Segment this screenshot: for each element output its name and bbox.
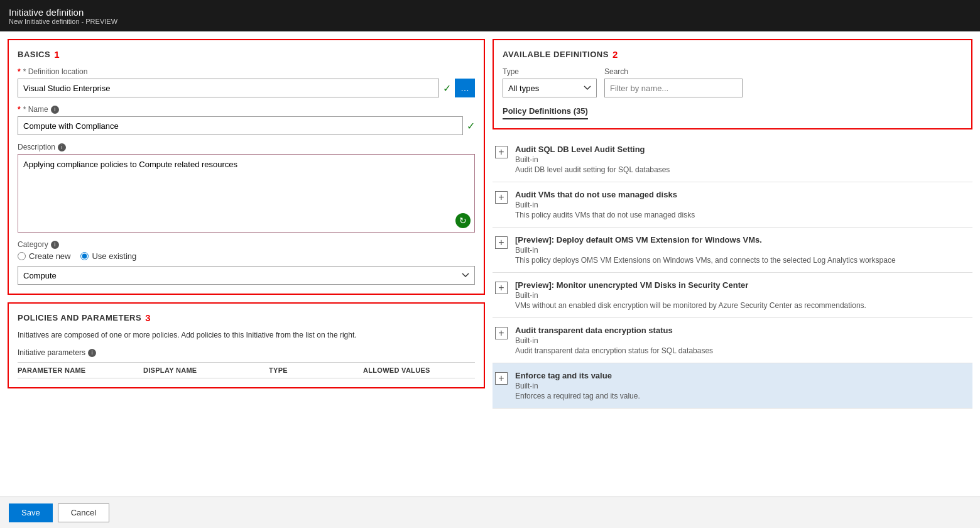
policy-type: Built-in [515, 291, 970, 300]
name-row: ✓ [18, 116, 475, 135]
left-panel: BASICS 1 * * Definition location ✓ … * *… [8, 39, 485, 489]
description-label: Description i [18, 143, 475, 151]
cancel-button[interactable]: Cancel [58, 503, 109, 522]
filter-row: Type All types Search [503, 67, 962, 97]
type-select[interactable]: All types [503, 79, 597, 97]
basics-section: BASICS 1 * * Definition location ✓ … * *… [8, 39, 485, 295]
main-content: BASICS 1 * * Definition location ✓ … * *… [0, 31, 980, 497]
category-label: Category i [18, 240, 475, 249]
avail-defs-title: AVAILABLE DEFINITIONS 2 [503, 49, 962, 60]
policy-type: Built-in [515, 246, 970, 255]
def-location-input[interactable] [18, 79, 439, 97]
policies-section: POLICIES AND PARAMETERS 3 Initiatives ar… [8, 302, 485, 388]
policy-info: [Preview]: Deploy default OMS VM Extensi… [515, 235, 970, 265]
name-check-icon: ✓ [467, 120, 475, 132]
category-select[interactable]: Compute [18, 266, 475, 285]
add-policy-button[interactable]: + [495, 146, 508, 158]
policy-name: Audit transparent data encryption status [515, 326, 970, 335]
col-allowed-values: ALLOWED VALUES [363, 366, 489, 374]
policy-name: [Preview]: Deploy default OMS VM Extensi… [515, 235, 970, 245]
policy-name: [Preview]: Monitor unencrypted VM Disks … [515, 280, 970, 290]
name-info-icon: i [51, 106, 59, 114]
policy-desc: Audit transparent data encryption status… [515, 346, 970, 355]
category-info-icon: i [51, 241, 59, 249]
policy-type: Built-in [515, 201, 970, 209]
use-existing-radio[interactable] [80, 252, 89, 260]
name-input[interactable] [18, 116, 463, 135]
policy-type: Built-in [515, 155, 970, 164]
policy-name: Audit VMs that do not use managed disks [515, 190, 970, 199]
top-bar: Initiative definition New Initiative def… [0, 0, 980, 31]
description-info-icon: i [58, 143, 66, 151]
policies-title: POLICIES AND PARAMETERS 3 [18, 312, 475, 323]
policy-desc: Audit DB level audit setting for SQL dat… [515, 165, 970, 174]
def-location-label: * * Definition location [18, 67, 475, 76]
add-policy-button[interactable]: + [495, 191, 508, 204]
policy-info: Audit VMs that do not use managed disks … [515, 190, 970, 219]
save-button[interactable]: Save [9, 503, 53, 522]
category-radio-row: Create new Use existing [18, 251, 475, 261]
col-type: TYPE [269, 366, 363, 374]
page-title: Initiative definition [9, 7, 971, 18]
policy-desc: This policy audits VMs that do not use m… [515, 211, 970, 219]
policy-item: + Enforce tag and its value Built-in Enf… [493, 363, 972, 409]
policy-item: + Audit transparent data encryption stat… [493, 318, 972, 363]
browse-button[interactable]: … [455, 79, 475, 97]
policy-list: + Audit SQL DB Level Audit Setting Built… [493, 137, 972, 409]
page-subtitle: New Initiative definition - PREVIEW [9, 18, 971, 25]
tab-row: Policy Definitions (35) [503, 104, 962, 119]
def-location-check-icon: ✓ [443, 82, 451, 94]
create-new-radio-label[interactable]: Create new [18, 251, 70, 261]
name-label: * * Name i [18, 105, 475, 114]
initiative-params-label: Initiative parameters i [18, 348, 475, 357]
policy-type: Built-in [515, 382, 970, 390]
params-table-header: PARAMETER NAME DISPLAY NAME TYPE ALLOWED… [18, 362, 475, 378]
policy-desc: This policy deploys OMS VM Extensions on… [515, 256, 970, 265]
available-defs-section: AVAILABLE DEFINITIONS 2 Type All types S… [493, 39, 972, 129]
add-policy-button[interactable]: + [495, 282, 508, 294]
policy-name: Audit SQL DB Level Audit Setting [515, 145, 970, 154]
policy-item: + Audit SQL DB Level Audit Setting Built… [493, 137, 972, 182]
type-filter-group: Type All types [503, 67, 597, 97]
use-existing-radio-label[interactable]: Use existing [80, 251, 136, 261]
add-policy-button[interactable]: + [495, 327, 508, 339]
search-filter-group: Search [604, 67, 743, 97]
right-panel: AVAILABLE DEFINITIONS 2 Type All types S… [493, 39, 972, 489]
policy-name: Enforce tag and its value [515, 371, 970, 380]
params-info-icon: i [88, 349, 96, 357]
description-textarea[interactable]: Applying compliance policies to Compute … [18, 155, 474, 230]
col-display-name: DISPLAY NAME [143, 366, 269, 374]
def-location-row: ✓ … [18, 79, 475, 97]
policy-info: Audit SQL DB Level Audit Setting Built-i… [515, 145, 970, 174]
create-new-radio[interactable] [18, 252, 26, 260]
search-filter-label: Search [604, 67, 743, 76]
policy-desc: VMs without an enabled disk encryption w… [515, 301, 970, 310]
bottom-bar: Save Cancel [0, 497, 980, 528]
col-parameter-name: PARAMETER NAME [18, 366, 143, 374]
policy-item: + [Preview]: Monitor unencrypted VM Disk… [493, 273, 972, 318]
basics-title: BASICS 1 [18, 49, 475, 60]
description-wrapper: Applying compliance policies to Compute … [18, 154, 475, 233]
search-input[interactable] [604, 79, 743, 97]
policy-type: Built-in [515, 336, 970, 345]
policy-info: [Preview]: Monitor unencrypted VM Disks … [515, 280, 970, 310]
add-policy-button[interactable]: + [495, 372, 508, 385]
policy-desc: Enforces a required tag and its value. [515, 392, 970, 400]
policy-item: + Audit VMs that do not use managed disk… [493, 182, 972, 228]
refresh-button[interactable]: ↻ [455, 213, 471, 228]
policy-item: + [Preview]: Deploy default OMS VM Exten… [493, 228, 972, 273]
policies-description: Initiatives are composed of one or more … [18, 331, 475, 339]
policy-definitions-tab[interactable]: Policy Definitions (35) [503, 104, 588, 119]
type-filter-label: Type [503, 67, 597, 76]
policy-info: Audit transparent data encryption status… [515, 326, 970, 355]
policy-info: Enforce tag and its value Built-in Enfor… [515, 371, 970, 400]
add-policy-button[interactable]: + [495, 236, 508, 249]
